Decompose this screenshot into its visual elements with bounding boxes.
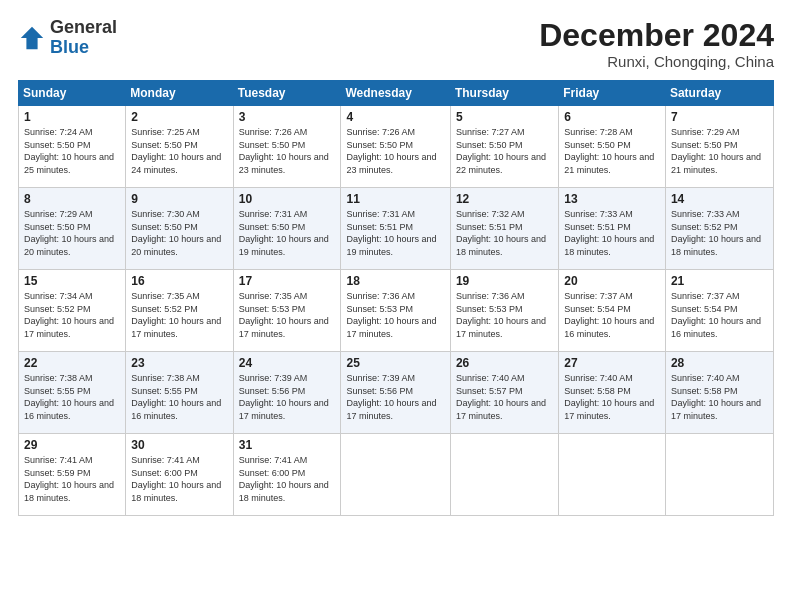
day-number: 4: [346, 110, 444, 124]
calendar-day-cell: 6Sunrise: 7:28 AMSunset: 5:50 PMDaylight…: [559, 106, 666, 188]
logo-icon: [18, 24, 46, 52]
calendar-day-cell: 1Sunrise: 7:24 AMSunset: 5:50 PMDaylight…: [19, 106, 126, 188]
svg-marker-0: [21, 27, 43, 49]
day-info: Sunrise: 7:33 AMSunset: 5:51 PMDaylight:…: [564, 208, 660, 258]
calendar-day-cell: 11Sunrise: 7:31 AMSunset: 5:51 PMDayligh…: [341, 188, 450, 270]
calendar-day-cell: 21Sunrise: 7:37 AMSunset: 5:54 PMDayligh…: [665, 270, 773, 352]
day-info: Sunrise: 7:29 AMSunset: 5:50 PMDaylight:…: [671, 126, 768, 176]
day-number: 9: [131, 192, 227, 206]
day-number: 10: [239, 192, 336, 206]
calendar-day-cell: 19Sunrise: 7:36 AMSunset: 5:53 PMDayligh…: [450, 270, 558, 352]
day-number: 3: [239, 110, 336, 124]
calendar-day-cell: 10Sunrise: 7:31 AMSunset: 5:50 PMDayligh…: [233, 188, 341, 270]
calendar-day-cell: 17Sunrise: 7:35 AMSunset: 5:53 PMDayligh…: [233, 270, 341, 352]
calendar-day-cell: 12Sunrise: 7:32 AMSunset: 5:51 PMDayligh…: [450, 188, 558, 270]
title-block: December 2024 Runxi, Chongqing, China: [539, 18, 774, 70]
day-number: 28: [671, 356, 768, 370]
calendar-day-cell: 16Sunrise: 7:35 AMSunset: 5:52 PMDayligh…: [126, 270, 233, 352]
col-friday: Friday: [559, 81, 666, 106]
calendar-week-row: 15Sunrise: 7:34 AMSunset: 5:52 PMDayligh…: [19, 270, 774, 352]
day-number: 22: [24, 356, 120, 370]
header: General Blue December 2024 Runxi, Chongq…: [18, 18, 774, 70]
day-number: 11: [346, 192, 444, 206]
calendar-day-cell: 29Sunrise: 7:41 AMSunset: 5:59 PMDayligh…: [19, 434, 126, 516]
calendar-day-cell: 15Sunrise: 7:34 AMSunset: 5:52 PMDayligh…: [19, 270, 126, 352]
day-info: Sunrise: 7:39 AMSunset: 5:56 PMDaylight:…: [239, 372, 336, 422]
day-number: 8: [24, 192, 120, 206]
day-info: Sunrise: 7:41 AMSunset: 6:00 PMDaylight:…: [131, 454, 227, 504]
day-info: Sunrise: 7:38 AMSunset: 5:55 PMDaylight:…: [24, 372, 120, 422]
logo-text: General Blue: [50, 18, 117, 58]
day-info: Sunrise: 7:41 AMSunset: 5:59 PMDaylight:…: [24, 454, 120, 504]
day-info: Sunrise: 7:40 AMSunset: 5:58 PMDaylight:…: [671, 372, 768, 422]
col-sunday: Sunday: [19, 81, 126, 106]
day-info: Sunrise: 7:25 AMSunset: 5:50 PMDaylight:…: [131, 126, 227, 176]
col-wednesday: Wednesday: [341, 81, 450, 106]
day-number: 25: [346, 356, 444, 370]
day-number: 18: [346, 274, 444, 288]
calendar-day-cell: 7Sunrise: 7:29 AMSunset: 5:50 PMDaylight…: [665, 106, 773, 188]
day-number: 17: [239, 274, 336, 288]
day-number: 23: [131, 356, 227, 370]
day-info: Sunrise: 7:31 AMSunset: 5:51 PMDaylight:…: [346, 208, 444, 258]
day-number: 16: [131, 274, 227, 288]
day-info: Sunrise: 7:40 AMSunset: 5:58 PMDaylight:…: [564, 372, 660, 422]
col-thursday: Thursday: [450, 81, 558, 106]
calendar-day-cell: 8Sunrise: 7:29 AMSunset: 5:50 PMDaylight…: [19, 188, 126, 270]
calendar-week-row: 29Sunrise: 7:41 AMSunset: 5:59 PMDayligh…: [19, 434, 774, 516]
day-number: 30: [131, 438, 227, 452]
day-number: 6: [564, 110, 660, 124]
day-info: Sunrise: 7:26 AMSunset: 5:50 PMDaylight:…: [239, 126, 336, 176]
day-info: Sunrise: 7:38 AMSunset: 5:55 PMDaylight:…: [131, 372, 227, 422]
weekday-header-row: Sunday Monday Tuesday Wednesday Thursday…: [19, 81, 774, 106]
day-number: 21: [671, 274, 768, 288]
day-info: Sunrise: 7:32 AMSunset: 5:51 PMDaylight:…: [456, 208, 553, 258]
day-info: Sunrise: 7:29 AMSunset: 5:50 PMDaylight:…: [24, 208, 120, 258]
calendar-day-cell: [665, 434, 773, 516]
day-info: Sunrise: 7:36 AMSunset: 5:53 PMDaylight:…: [346, 290, 444, 340]
calendar-day-cell: 3Sunrise: 7:26 AMSunset: 5:50 PMDaylight…: [233, 106, 341, 188]
col-monday: Monday: [126, 81, 233, 106]
calendar-day-cell: 4Sunrise: 7:26 AMSunset: 5:50 PMDaylight…: [341, 106, 450, 188]
calendar-day-cell: 28Sunrise: 7:40 AMSunset: 5:58 PMDayligh…: [665, 352, 773, 434]
day-number: 26: [456, 356, 553, 370]
day-number: 13: [564, 192, 660, 206]
calendar-day-cell: 18Sunrise: 7:36 AMSunset: 5:53 PMDayligh…: [341, 270, 450, 352]
calendar-day-cell: [559, 434, 666, 516]
col-tuesday: Tuesday: [233, 81, 341, 106]
logo-general: General: [50, 17, 117, 37]
day-info: Sunrise: 7:24 AMSunset: 5:50 PMDaylight:…: [24, 126, 120, 176]
day-info: Sunrise: 7:33 AMSunset: 5:52 PMDaylight:…: [671, 208, 768, 258]
calendar-week-row: 22Sunrise: 7:38 AMSunset: 5:55 PMDayligh…: [19, 352, 774, 434]
calendar-day-cell: 9Sunrise: 7:30 AMSunset: 5:50 PMDaylight…: [126, 188, 233, 270]
calendar-week-row: 1Sunrise: 7:24 AMSunset: 5:50 PMDaylight…: [19, 106, 774, 188]
day-number: 31: [239, 438, 336, 452]
day-number: 12: [456, 192, 553, 206]
day-info: Sunrise: 7:31 AMSunset: 5:50 PMDaylight:…: [239, 208, 336, 258]
calendar-day-cell: 22Sunrise: 7:38 AMSunset: 5:55 PMDayligh…: [19, 352, 126, 434]
day-number: 2: [131, 110, 227, 124]
day-number: 14: [671, 192, 768, 206]
calendar-day-cell: 27Sunrise: 7:40 AMSunset: 5:58 PMDayligh…: [559, 352, 666, 434]
day-number: 27: [564, 356, 660, 370]
day-info: Sunrise: 7:41 AMSunset: 6:00 PMDaylight:…: [239, 454, 336, 504]
location-title: Runxi, Chongqing, China: [539, 53, 774, 70]
month-title: December 2024: [539, 18, 774, 53]
logo-blue: Blue: [50, 37, 89, 57]
day-info: Sunrise: 7:39 AMSunset: 5:56 PMDaylight:…: [346, 372, 444, 422]
logo: General Blue: [18, 18, 117, 58]
day-info: Sunrise: 7:26 AMSunset: 5:50 PMDaylight:…: [346, 126, 444, 176]
calendar-day-cell: 30Sunrise: 7:41 AMSunset: 6:00 PMDayligh…: [126, 434, 233, 516]
calendar-day-cell: 14Sunrise: 7:33 AMSunset: 5:52 PMDayligh…: [665, 188, 773, 270]
day-number: 24: [239, 356, 336, 370]
day-info: Sunrise: 7:36 AMSunset: 5:53 PMDaylight:…: [456, 290, 553, 340]
day-number: 5: [456, 110, 553, 124]
day-number: 7: [671, 110, 768, 124]
day-info: Sunrise: 7:35 AMSunset: 5:53 PMDaylight:…: [239, 290, 336, 340]
day-number: 20: [564, 274, 660, 288]
calendar-table: Sunday Monday Tuesday Wednesday Thursday…: [18, 80, 774, 516]
day-number: 15: [24, 274, 120, 288]
calendar-week-row: 8Sunrise: 7:29 AMSunset: 5:50 PMDaylight…: [19, 188, 774, 270]
calendar-day-cell: 13Sunrise: 7:33 AMSunset: 5:51 PMDayligh…: [559, 188, 666, 270]
calendar-day-cell: 5Sunrise: 7:27 AMSunset: 5:50 PMDaylight…: [450, 106, 558, 188]
